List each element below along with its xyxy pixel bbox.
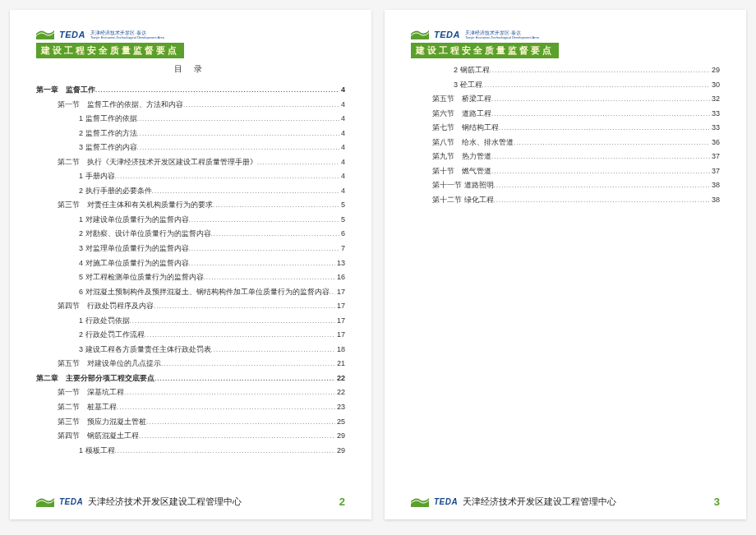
toc-leader-dots: [257, 156, 339, 169]
toc-label: 第七节 钢结构工程: [432, 121, 499, 136]
toc-label: 第九节 热力管道: [432, 150, 491, 164]
toc-page-number: 4: [339, 141, 345, 155]
toc-label: 6 对混凝土预制构件及预拌混凝土、钢结构构件加工单位质量行为的监督内容: [79, 285, 330, 300]
page-right: TEDA 天津经济技术开发区·泰达 Tianjin Economic-Techn…: [385, 10, 746, 519]
toc-leader-dots: [189, 214, 339, 227]
toc-leader-dots: [161, 357, 335, 371]
toc-page-number: 4: [339, 127, 345, 141]
toc-page-number: 33: [710, 121, 720, 136]
toc-page-number: 4: [339, 112, 345, 127]
toc-label: 第一章 监督工作: [36, 83, 95, 98]
header-logo-row: TEDA 天津经济技术开发区·泰达 Tianjin Economic-Techn…: [411, 30, 720, 39]
toc-leader-dots: [330, 286, 335, 299]
toc-label: 第二章 主要分部分项工程交底要点: [36, 371, 154, 386]
toc-leader-dots: [183, 99, 339, 112]
toc-page-number: 29: [335, 429, 345, 444]
toc-page-number: 5: [339, 213, 345, 228]
toc-leader-dots: [145, 329, 335, 342]
toc-leader-dots: [491, 108, 710, 121]
toc-label: 3 建设工程各方质量责任主体行政处罚表: [79, 343, 211, 357]
toc-page-number: 38: [710, 178, 720, 193]
toc-label: 第二节 执行《天津经济技术开发区建设工程质量管理手册》: [58, 155, 257, 170]
toc-page-number: 33: [710, 107, 720, 122]
toc-entry: 第八节 给水、排水管道36: [411, 136, 720, 150]
teda-logo-icon: [411, 497, 429, 507]
toc-leader-dots: [115, 170, 339, 183]
toc-leader-dots: [490, 64, 710, 77]
toc-page-number: 37: [710, 150, 720, 164]
toc-label: 2 行政处罚工作流程: [79, 328, 145, 343]
toc-page-number: 29: [710, 63, 720, 78]
toc-label: 第六节 道路工程: [432, 107, 491, 122]
toc-entry: 第一节 监督工作的依据、方法和内容4: [36, 98, 345, 113]
toc-leader-dots: [213, 199, 339, 212]
toc-leader-dots: [137, 127, 339, 141]
toc-label: 第十节 燃气管道: [432, 164, 491, 179]
toc-page-number: 30: [710, 78, 720, 93]
toc-label: 第四节 钢筋混凝土工程: [58, 429, 139, 444]
toc-label: 3 砼工程: [454, 78, 482, 93]
header-logo-row: TEDA 天津经济技术开发区·泰达 Tianjin Economic-Techn…: [36, 30, 345, 39]
toc-entry: 3 对监理单位质量行为的监督内容7: [36, 242, 345, 256]
toc-page-number: 17: [335, 285, 345, 300]
toc-entry: 第一节 深基坑工程22: [36, 385, 345, 400]
toc-entry: 第五节 桥梁工程32: [411, 92, 720, 107]
footer-right: TEDA 天津经济技术开发区建设工程管理中心 3: [411, 496, 720, 508]
teda-logo-icon: [36, 497, 54, 507]
toc-leader-dots: [146, 416, 335, 429]
toc-leader-dots: [130, 315, 335, 328]
logo-text: TEDA: [59, 30, 85, 39]
toc-leader-dots: [211, 344, 335, 357]
toc-entry: 第五节 对建设单位的几点提示21: [36, 357, 345, 371]
toc-label: 2 监督工作的方法: [79, 127, 137, 141]
toc-label: 2 对勘察、设计单位质量行为的监督内容: [79, 227, 211, 242]
toc-label: 3 监督工作的内容: [79, 141, 137, 155]
toc-page-number: 29: [335, 444, 345, 459]
toc-leader-dots: [117, 401, 335, 414]
toc-entry: 2 行政处罚工作流程17: [36, 328, 345, 343]
toc-leader-dots: [95, 84, 339, 97]
toc-entry: 1 行政处罚依据17: [36, 314, 345, 329]
toc-leader-dots: [482, 79, 710, 92]
toc-page-number: 4: [339, 155, 345, 170]
logo-text: TEDA: [434, 30, 460, 39]
toc-entry: 3 建设工程各方质量责任主体行政处罚表18: [36, 343, 345, 357]
toc-entry: 第二节 执行《天津经济技术开发区建设工程质量管理手册》4: [36, 155, 345, 170]
toc-page-number: 17: [335, 299, 345, 314]
title-bar: 建设工程安全质量监督要点: [411, 43, 559, 58]
footer-logo-text: TEDA: [59, 497, 83, 506]
toc-page-number: 13: [335, 256, 345, 271]
toc-entry: 第十二节 绿化工程38: [411, 193, 720, 208]
toc-entry: 2 执行手册的必要条件4: [36, 184, 345, 199]
toc-leader-dots: [137, 141, 339, 155]
toc-entry: 第十一节 道路照明38: [411, 178, 720, 193]
toc-page-number: 16: [335, 270, 345, 285]
toc-entry: 第四节 行政处罚程序及内容17: [36, 299, 345, 314]
toc-entry: 第九节 热力管道37: [411, 150, 720, 164]
toc-entry: 第二节 桩基工程23: [36, 400, 345, 415]
toc-label: 第一节 监督工作的依据、方法和内容: [58, 98, 183, 113]
toc-list-left: 第一章 监督工作4第一节 监督工作的依据、方法和内容41 监督工作的依据42 监…: [36, 83, 345, 458]
toc-page-number: 21: [335, 357, 345, 371]
toc-label: 第二节 桩基工程: [58, 400, 117, 415]
toc-leader-dots: [115, 445, 335, 458]
toc-page-number: 6: [339, 227, 345, 242]
toc-leader-dots: [204, 271, 335, 284]
toc-entry: 第四节 钢筋混凝土工程29: [36, 429, 345, 444]
toc-entry: 第六节 道路工程33: [411, 107, 720, 122]
toc-entry: 3 监督工作的内容4: [36, 141, 345, 155]
footer-org-text: 天津经济技术开发区建设工程管理中心: [463, 496, 709, 508]
toc-page-number: 4: [339, 184, 345, 199]
toc-page-number: 4: [339, 83, 345, 98]
footer-logo-text: TEDA: [434, 497, 458, 506]
toc-label: 1 监督工作的依据: [79, 112, 137, 127]
toc-page-number: 23: [335, 400, 345, 415]
toc-leader-dots: [491, 165, 710, 178]
toc-page-number: 36: [710, 136, 720, 150]
toc-entry: 第二章 主要分部分项工程交底要点22: [36, 371, 345, 386]
toc-label: 第三节 对责任主体和有关机构质量行为的要求: [58, 198, 213, 213]
toc-entry: 第十节 燃气管道37: [411, 164, 720, 179]
toc-leader-dots: [211, 228, 339, 241]
toc-leader-dots: [154, 372, 335, 385]
toc-leader-dots: [499, 122, 710, 135]
